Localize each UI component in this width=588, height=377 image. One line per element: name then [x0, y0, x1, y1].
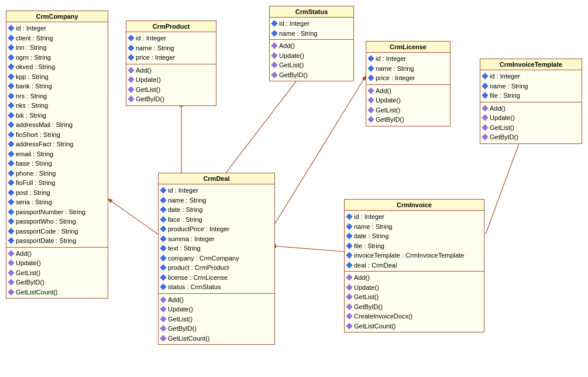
method-getbyid: GetByID(): [161, 324, 272, 334]
field-file: file : String: [347, 241, 482, 251]
method-getlist: GetList(): [161, 314, 272, 324]
svg-line-4: [272, 246, 345, 252]
method-update: Update(): [9, 258, 105, 268]
field-phone: phone : String: [9, 169, 105, 179]
method-add: Add(): [161, 295, 272, 305]
field-addressfact: addressFact : String: [9, 139, 105, 149]
field-date: date : String: [347, 231, 482, 241]
method-getlist: GetList(): [483, 123, 579, 133]
crm-invoice-template-title: CrmInvoiceTemplate: [480, 59, 582, 70]
field-nks: nks : String: [9, 101, 105, 111]
crm-deal-class: CrmDeal id : Integer name : String date …: [158, 173, 275, 345]
field-passportnumber: passportNumber : String: [9, 207, 105, 217]
crm-company-fields: id : Integer client : String inn : Strin…: [6, 22, 108, 248]
field-company: company : CrmCompany: [161, 253, 272, 263]
field-fioshort: fioShort : String: [9, 130, 105, 140]
method-add: Add(): [9, 249, 105, 259]
method-getlistcount: GetListCount(): [9, 287, 105, 297]
crm-product-methods: Add() Update() GetList() GetByID(): [126, 64, 216, 105]
method-getlistcount: GetListCount(): [161, 334, 272, 344]
field-id: id : Integer: [129, 33, 214, 43]
method-getlist: GetList(): [369, 105, 448, 115]
field-price: price : Integer: [369, 73, 448, 83]
crm-invoice-title: CrmInvoice: [345, 200, 484, 211]
field-name: name : String: [161, 196, 272, 205]
field-passportcode: passportCode : String: [9, 227, 105, 237]
field-id: id : Integer: [9, 23, 105, 33]
method-add: Add(): [347, 273, 482, 283]
method-update: Update(): [129, 75, 214, 85]
field-id: id : Integer: [161, 186, 272, 196]
field-name: name : String: [272, 29, 351, 39]
crm-invoice-template-fields: id : Integer name : String file : String: [480, 70, 582, 102]
crm-invoice-template-class: CrmInvoiceTemplate id : Integer name : S…: [480, 59, 582, 144]
field-id: id : Integer: [483, 71, 579, 81]
field-client: client : String: [9, 33, 105, 43]
field-okved: okved : String: [9, 62, 105, 72]
crm-invoice-methods: Add() Update() GetList() GetByID() Creat…: [345, 272, 484, 332]
method-getbyid: GetByID(): [347, 302, 482, 312]
crm-deal-title: CrmDeal: [159, 173, 274, 184]
field-status: status : CrmStatus: [161, 282, 272, 292]
crm-product-title: CrmProduct: [126, 21, 216, 32]
method-add: Add(): [369, 86, 448, 96]
crm-company-methods: Add() Update() GetList() GetByID() GetLi…: [6, 248, 108, 299]
method-getbyid: GetByID(): [483, 132, 579, 142]
field-passportwho: passportWho : String: [9, 217, 105, 227]
method-add: Add(): [483, 104, 579, 114]
crm-status-title: CrmStatus: [270, 6, 353, 18]
field-date: date : String: [161, 205, 272, 215]
field-bik: bik : String: [9, 111, 105, 121]
crm-status-class: CrmStatus id : Integer name : String Add…: [269, 6, 354, 81]
field-bank: bank : String: [9, 81, 105, 91]
field-addressmail: addressMail : String: [9, 120, 105, 130]
field-kpp: kpp : String: [9, 72, 105, 82]
field-summa: summa : Integer: [161, 234, 272, 244]
crm-deal-fields: id : Integer name : String date : String…: [159, 184, 274, 294]
method-getbyid: GetByID(): [272, 70, 351, 80]
method-getlist: GetList(): [347, 292, 482, 302]
crm-license-title: CrmLicense: [366, 42, 450, 53]
field-seria: seria : String: [9, 197, 105, 207]
crm-status-methods: Add() Update() GetList() GetByID(): [270, 40, 353, 81]
diagram-container: CrmCompany id : Integer client : String …: [0, 0, 588, 377]
method-update: Update(): [161, 304, 272, 314]
crm-license-methods: Add() Update() GetList() GetByID(): [366, 85, 450, 126]
field-invoicetemplate: invoiceTemplate : CrmInvoiceTemplate: [347, 251, 482, 261]
field-base: base : String: [9, 159, 105, 169]
field-id: id : Integer: [347, 212, 482, 222]
crm-deal-methods: Add() Update() GetList() GetByID() GetLi…: [159, 294, 274, 345]
method-add: Add(): [129, 66, 214, 76]
field-ogrn: ogrn : String: [9, 53, 105, 63]
field-deal: deal : CrmDeal: [347, 261, 482, 270]
method-getbyid: GetByID(): [129, 94, 214, 104]
crm-invoice-class: CrmInvoice id : Integer name : String da…: [344, 199, 484, 333]
field-file: file : String: [483, 91, 579, 101]
field-name: name : String: [129, 43, 214, 53]
crm-invoice-template-methods: Add() Update() GetList() GetByID(): [480, 102, 582, 143]
method-getlistcount: GetListCount(): [347, 321, 482, 331]
field-id: id : Integer: [272, 19, 351, 29]
field-productprice: productPrice : Integer: [161, 224, 272, 234]
field-email: email : String: [9, 149, 105, 159]
field-text: text : String: [161, 244, 272, 253]
field-fiofull: fioFull : String: [9, 178, 105, 188]
field-id: id : Integer: [369, 54, 448, 64]
field-passportdate: passportDate : String: [9, 236, 105, 246]
field-nrs: nrs : String: [9, 91, 105, 101]
field-license: license : CrmLicense: [161, 273, 272, 283]
crm-company-title: CrmCompany: [6, 11, 108, 22]
method-getlist: GetList(): [272, 60, 351, 70]
method-getlist: GetList(): [9, 268, 105, 278]
method-update: Update(): [347, 283, 482, 293]
method-createinvoicedocx: CreateInvoiceDocx(): [347, 311, 482, 321]
field-inn: inn : String: [9, 43, 105, 53]
field-product: product : CrmProduct: [161, 263, 272, 273]
method-getbyid: GetByID(): [9, 277, 105, 287]
field-name: name : String: [483, 81, 579, 91]
crm-product-fields: id : Integer name : String price : Integ…: [126, 32, 216, 64]
crm-invoice-fields: id : Integer name : String date : String…: [345, 211, 484, 272]
crm-license-fields: id : Integer name : String price : Integ…: [366, 53, 450, 85]
method-update: Update(): [369, 95, 448, 105]
method-add: Add(): [272, 41, 351, 51]
